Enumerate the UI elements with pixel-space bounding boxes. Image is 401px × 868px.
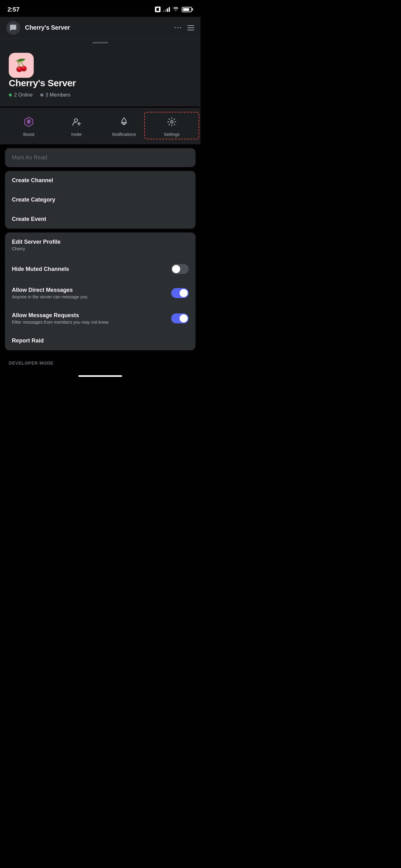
wifi-icon (172, 6, 179, 13)
top-nav: Cherry's Server ··· (0, 17, 201, 39)
developer-mode-label: DEVELOPER MODE (9, 361, 54, 366)
online-count: 2 Online (9, 92, 33, 98)
svg-point-0 (74, 119, 77, 122)
allow-message-requests-subtitle: Filter messages from members you may not… (12, 320, 109, 324)
edit-server-profile-label: Edit Server Profile (12, 239, 61, 245)
status-icons (155, 6, 193, 13)
create-channel-label: Create Channel (12, 177, 53, 184)
create-channel-item[interactable]: Create Channel (5, 171, 196, 190)
hide-muted-toggle[interactable] (171, 264, 189, 274)
notifications-button[interactable]: Notifications (100, 114, 148, 137)
nav-more-button[interactable]: ··· (174, 24, 182, 31)
server-icon: 🍒 (9, 53, 34, 78)
allow-direct-messages-item[interactable]: Allow Direct Messages Anyone in the serv… (5, 281, 196, 306)
notification-status-icon (155, 6, 161, 12)
section-create: Create Channel Create Category Create Ev… (5, 171, 196, 229)
settings-label: Settings (164, 132, 179, 137)
create-category-item[interactable]: Create Category (5, 190, 196, 210)
notifications-label: Notifications (112, 132, 136, 137)
action-bar: Boost Invite Notifications (0, 108, 201, 144)
server-name-heading: Cherry's Server (9, 78, 192, 88)
edit-server-profile-subtitle: Cherry (12, 246, 61, 251)
invite-label: Invite (71, 132, 81, 137)
allow-direct-messages-label: Allow Direct Messages (12, 287, 88, 293)
svg-point-4 (170, 121, 173, 123)
allow-message-requests-label: Allow Message Requests (12, 312, 109, 319)
drag-handle (0, 39, 201, 45)
server-avatar[interactable] (6, 21, 20, 35)
hide-muted-channels-item[interactable]: Hide Muted Channels (5, 258, 196, 281)
developer-mode-section: DEVELOPER MODE (0, 354, 201, 371)
home-indicator (0, 371, 201, 383)
online-dot (9, 93, 12, 97)
allow-message-requests-toggle[interactable] (171, 313, 189, 323)
create-event-label: Create Event (12, 216, 46, 222)
hide-muted-channels-label: Hide Muted Channels (12, 266, 69, 273)
mark-as-read-label: Mark As Read (12, 154, 47, 161)
drag-handle-bar (93, 42, 108, 43)
settings-button[interactable]: Settings (148, 114, 196, 137)
gear-icon (164, 114, 179, 129)
member-dot (40, 93, 43, 97)
status-bar: 2:57 (0, 0, 201, 17)
invite-button[interactable]: Invite (53, 114, 101, 137)
server-info-section: 🍒 Cherry's Server 2 Online 3 Members (0, 45, 201, 106)
allow-direct-messages-subtitle: Anyone in the server can message you (12, 294, 88, 299)
member-count: 3 Members (40, 92, 71, 98)
home-bar (78, 375, 122, 377)
create-event-item[interactable]: Create Event (5, 210, 196, 229)
edit-server-profile-item[interactable]: Edit Server Profile Cherry (5, 232, 196, 258)
battery-icon (182, 7, 193, 12)
allow-direct-messages-toggle-thumb (179, 289, 188, 297)
report-raid-label: Report Raid (12, 337, 44, 344)
allow-message-requests-toggle-thumb (179, 314, 188, 322)
status-time: 2:57 (7, 6, 20, 13)
section-mark-as-read: Mark As Read (5, 148, 196, 167)
bell-icon (116, 114, 132, 129)
server-stats: 2 Online 3 Members (9, 92, 192, 98)
hide-muted-toggle-thumb (172, 265, 180, 273)
signal-strength-icon (163, 7, 170, 12)
boost-button[interactable]: Boost (5, 114, 53, 137)
invite-icon (69, 114, 84, 129)
allow-direct-messages-toggle[interactable] (171, 288, 189, 298)
nav-server-title: Cherry's Server (25, 24, 169, 31)
hamburger-menu-button[interactable] (188, 25, 194, 30)
report-raid-item[interactable]: Report Raid (5, 331, 196, 350)
boost-label: Boost (23, 132, 34, 137)
section-settings: Edit Server Profile Cherry Hide Muted Ch… (5, 232, 196, 350)
create-category-label: Create Category (12, 196, 55, 203)
allow-message-requests-item[interactable]: Allow Message Requests Filter messages f… (5, 306, 196, 331)
mark-as-read-item[interactable]: Mark As Read (5, 148, 196, 167)
boost-icon (21, 114, 36, 129)
